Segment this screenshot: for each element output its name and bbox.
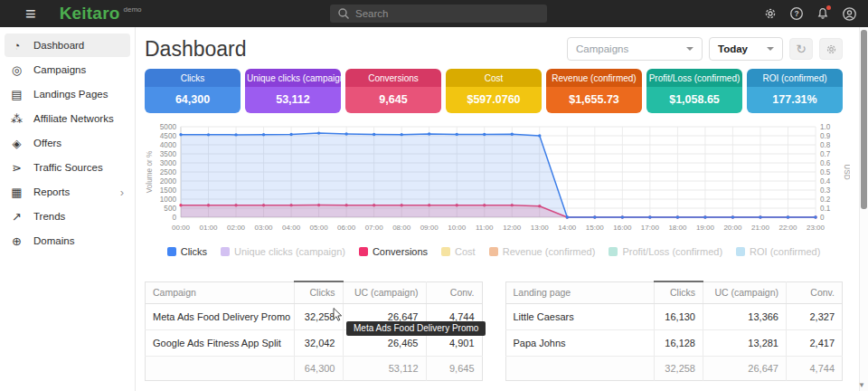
dashboard-icon: ◔ (10, 40, 24, 52)
legend-label: Unique clicks (campaign) (234, 246, 345, 257)
sidebar-item-label: Campaigns (33, 64, 86, 75)
legend-item-clicks[interactable]: Clicks (167, 246, 207, 257)
sidebar-item-label: Offers (33, 138, 61, 148)
col-clicks[interactable]: Clicks (655, 281, 703, 303)
svg-text:04:00: 04:00 (282, 224, 301, 232)
legend-item-revenue-confirmed[interactable]: Revenue (confirmed) (489, 246, 596, 257)
svg-text:1000: 1000 (160, 196, 177, 204)
legend-label: Revenue (confirmed) (503, 246, 596, 257)
col-conv[interactable]: Conv. (787, 281, 843, 303)
legend-label: Conversions (373, 246, 428, 257)
help-icon[interactable]: ? (788, 5, 805, 22)
chevron-right-icon: › (120, 186, 124, 199)
col-uc-campaign[interactable]: UC (campaign) (703, 281, 787, 303)
chart-svg: 00:0001:0002:0003:0004:0005:0006:0007:00… (145, 119, 850, 239)
stat-card-unique-clicks-campaign: Unique clicks (campaign)53,112 (245, 69, 341, 113)
sidebar-item-dashboard[interactable]: ◔Dashboard (5, 33, 130, 57)
refresh-button[interactable]: ↻ (789, 38, 813, 60)
affiliate-networks-icon: ⁂ (10, 113, 24, 125)
col-clicks[interactable]: Clicks (294, 281, 343, 303)
sidebar-item-offers[interactable]: ◈Offers (5, 131, 130, 155)
notifications-bell-icon[interactable] (815, 5, 831, 22)
svg-text:0: 0 (820, 214, 825, 222)
user-avatar-icon[interactable] (841, 5, 857, 22)
sidebar-item-campaigns[interactable]: ◎Campaigns (5, 58, 130, 81)
svg-text:USD: USD (843, 164, 850, 179)
svg-text:14:00: 14:00 (558, 224, 577, 232)
svg-text:5000: 5000 (160, 123, 177, 131)
scrollbar-thumb[interactable] (861, 30, 867, 209)
svg-text:0.3: 0.3 (820, 186, 831, 195)
svg-text:0.5: 0.5 (820, 168, 831, 176)
sidebar: ◔Dashboard◎Campaigns▤Landings Pages⁂Affi… (0, 27, 136, 391)
notification-dot (826, 5, 831, 10)
sidebar-item-reports[interactable]: ▦Reports› (5, 180, 130, 204)
scroll-down-arrow-icon[interactable]: ▼ (858, 381, 865, 389)
svg-text:3500: 3500 (160, 150, 177, 158)
svg-text:500: 500 (164, 205, 176, 213)
dashboard-settings-button[interactable] (819, 38, 843, 60)
legend-label: Profit/Loss (confirmed) (622, 246, 722, 257)
col-conv[interactable]: Conv. (426, 281, 482, 303)
legend-item-unique-clicks-campaign[interactable]: Unique clicks (campaign) (221, 246, 345, 257)
header-controls: Campaigns Today ↻ (567, 37, 843, 61)
landing-pages-icon: ▤ (10, 89, 24, 100)
stat-card-value: 9,645 (345, 87, 441, 113)
svg-text:0.9: 0.9 (820, 132, 831, 140)
search-input[interactable] (330, 5, 547, 23)
chart-area: 00:0001:0002:0003:0004:0005:0006:0007:00… (145, 119, 843, 257)
sidebar-item-traffic-sources[interactable]: ⋗Traffic Sources (5, 156, 130, 179)
col-campaign[interactable]: Campaign (146, 281, 295, 303)
chart-legend: ClicksUnique clicks (campaign)Conversion… (145, 246, 843, 257)
stat-card-label: Unique clicks (campaign) (245, 69, 341, 87)
stat-card-value: $1,655.73 (546, 87, 642, 113)
svg-text:05:00: 05:00 (310, 224, 329, 232)
svg-text:0.7: 0.7 (820, 150, 831, 158)
table-row[interactable]: Papa Johns 16,128 13,281 2,417 (505, 329, 843, 356)
svg-text:20:00: 20:00 (723, 224, 742, 232)
sidebar-item-label: Reports (33, 186, 70, 197)
legend-item-cost[interactable]: Cost (441, 246, 476, 257)
svg-text:0.8: 0.8 (820, 141, 831, 149)
stat-card-clicks: Clicks64,300 (145, 69, 241, 113)
legend-label: Cost (455, 246, 476, 257)
domains-icon: ⊕ (10, 235, 24, 247)
col-uc-campaign[interactable]: UC (campaign) (343, 281, 426, 303)
svg-text:3000: 3000 (160, 159, 177, 167)
sidebar-item-affiliate-networks[interactable]: ⁂Affiliate Networks (5, 107, 130, 130)
sidebar-item-label: Landings Pages (33, 89, 108, 100)
sidebar-item-trends[interactable]: ↗Trends (5, 205, 130, 228)
svg-text:18:00: 18:00 (668, 224, 687, 232)
traffic-sources-icon: ⋗ (10, 162, 24, 174)
settings-gear-icon[interactable] (762, 5, 778, 22)
chevron-down-icon (767, 47, 774, 51)
app-logo[interactable]: Keitaro (60, 4, 120, 24)
legend-item-profit-loss-confirmed[interactable]: Profit/Loss (confirmed) (609, 246, 722, 257)
stat-card-label: Profit/Loss (confirmed) (646, 69, 742, 87)
svg-text:10:00: 10:00 (448, 224, 467, 232)
hamburger-menu-icon[interactable]: ≡ (25, 5, 36, 23)
scrollbar-track[interactable] (859, 27, 868, 391)
svg-text:12:00: 12:00 (503, 224, 522, 232)
table-row[interactable]: Little Caesars 16,130 13,366 2,327 (505, 303, 843, 329)
col-landing-page[interactable]: Landing page (505, 281, 655, 303)
legend-item-conversions[interactable]: Conversions (359, 246, 428, 257)
logo-demo-badge: demo (124, 5, 142, 14)
sidebar-item-landings-pages[interactable]: ▤Landings Pages (5, 82, 130, 106)
svg-text:Volume or %: Volume or % (146, 151, 154, 193)
campaigns-filter-select[interactable]: Campaigns (567, 37, 703, 61)
stat-card-label: ROI (confirmed) (747, 69, 843, 87)
sidebar-nav: ◔Dashboard◎Campaigns▤Landings Pages⁂Affi… (0, 33, 135, 253)
date-range-select[interactable]: Today (709, 37, 783, 61)
stat-card-label: Revenue (confirmed) (546, 69, 642, 87)
sidebar-item-domains[interactable]: ⊕Domains (5, 229, 130, 253)
svg-text:22:00: 22:00 (778, 224, 797, 232)
svg-text:0: 0 (172, 214, 176, 222)
stat-card-value: 53,112 (245, 87, 341, 113)
sidebar-item-label: Domains (33, 235, 74, 246)
hover-tooltip: Meta Ads Food Delivery Promo (346, 321, 486, 336)
legend-swatch (359, 247, 368, 256)
svg-text:0.4: 0.4 (820, 177, 831, 186)
svg-text:2500: 2500 (160, 168, 177, 176)
legend-item-roi-confirmed[interactable]: ROI (confirmed) (736, 246, 820, 257)
